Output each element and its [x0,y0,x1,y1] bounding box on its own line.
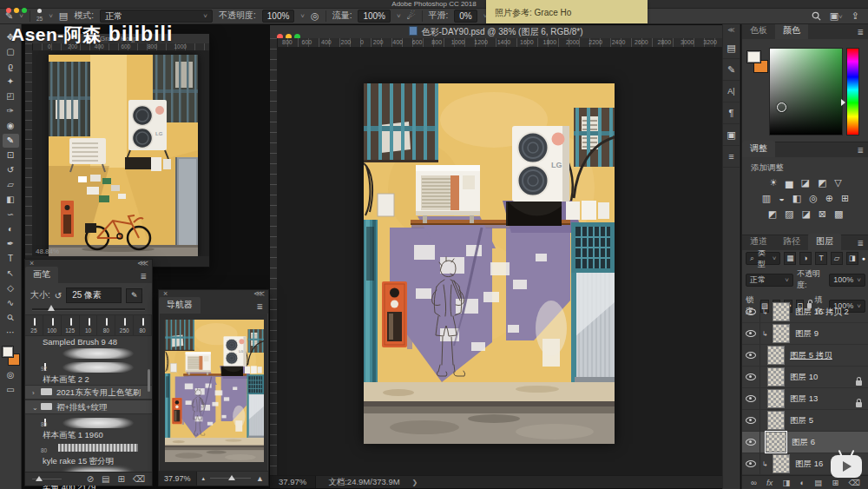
tab-navigator[interactable]: 导航器 [159,297,201,314]
marquee-tool-icon[interactable]: ▢ [3,45,19,59]
adjustment-icon[interactable]: ▥ [762,193,771,204]
link-layers-icon[interactable]: ∞ [751,478,757,487]
panel-menu-icon[interactable]: ≣ [140,272,147,281]
panel-menu-icon[interactable]: ≣ [857,146,864,155]
visibility-toggle[interactable] [742,323,760,344]
layer-thumbnail[interactable] [767,411,785,430]
3d-panel-icon[interactable]: ▣ [723,124,740,146]
layer-opacity-input[interactable]: 100%˅ [829,274,865,287]
layer-thumbnail[interactable] [767,367,785,387]
expand-panels-icon[interactable]: ≪ [727,26,734,34]
filter-type-layers-icon[interactable]: T [815,252,827,265]
visibility-toggle[interactable] [742,432,760,453]
brush-settings-panel-icon[interactable]: ✎ [723,59,740,81]
lasso-tool-icon[interactable]: ϱ [3,60,19,74]
adjustment-icon[interactable]: ◪ [801,208,810,220]
layer-row[interactable]: ↳ 图层 16 拷贝 2 [742,301,868,323]
visibility-toggle[interactable] [742,388,760,409]
collapse-icon[interactable]: ⋘ [253,289,264,298]
healing-brush-tool-icon[interactable]: ◉ [3,119,19,133]
new-group-icon[interactable]: ▤ [814,478,822,487]
smudge-tool-icon[interactable]: ∽ [3,208,19,221]
brush-item-label[interactable]: Sampled Brush 9 48 [25,336,152,347]
tab-paths[interactable]: 路径 [775,234,808,250]
zoom-in-icon[interactable]: ▲ [256,474,264,483]
preview-size-slider[interactable] [32,477,62,482]
brush-size-slider[interactable] [32,306,145,313]
paragraph-panel-icon[interactable]: ¶ [723,102,740,124]
layer-row-selected[interactable]: 图层 6 [742,432,868,453]
airbrush-icon[interactable]: ☄ [407,11,416,21]
layer-thumbnail[interactable] [766,432,786,453]
brush-preset[interactable]: 250 [115,315,134,335]
chevron-down-icon[interactable]: ˅ [397,12,401,20]
navigator-zoom-slider[interactable] [210,476,251,481]
crop-tool-icon[interactable]: ◰ [3,89,19,103]
delete-brush-icon[interactable]: ⌫ [133,474,145,484]
panel-menu-icon[interactable]: ≣ [256,302,263,311]
adjustment-icon[interactable]: ⊠ [819,208,826,220]
collapse-icon[interactable]: ⋘ [137,259,148,268]
layer-name[interactable]: 图层 6 [792,437,815,448]
brush-preset[interactable]: 125 [62,315,80,335]
hue-slider[interactable] [846,48,859,135]
share-icon[interactable]: ⇪ [852,11,859,21]
scrollbar[interactable] [148,369,150,392]
layer-thumbnail[interactable] [773,302,790,321]
tab-color[interactable]: 颜色 [775,23,808,39]
adjustment-icon[interactable]: ▽ [834,177,841,188]
screen-mode-icon[interactable]: ▭ [3,383,19,397]
blend-mode-select[interactable]: 正常˅ [746,274,793,287]
brush-size-input[interactable]: 25 像素 [66,287,122,303]
layer-row[interactable]: ↳ 图层 9 [742,323,868,345]
dodge-tool-icon[interactable]: ◐ [3,222,19,236]
pen-tool-icon[interactable]: ✒ [3,237,19,251]
layer-row[interactable]: 图层 5 拷贝 [742,345,868,367]
layer-name[interactable]: 图层 13 [790,393,818,405]
flow-input[interactable]: 100% [358,10,391,23]
adjustment-icon[interactable]: ▩ [834,208,843,220]
tab-brush[interactable]: 画笔 [25,267,58,283]
layer-thumbnail[interactable] [767,389,785,408]
path-select-tool-icon[interactable]: ↖ [3,267,19,281]
workspace-switcher-icon[interactable]: ▣˅ [830,11,843,22]
layer-thumbnail[interactable] [773,324,790,343]
color-swatches[interactable] [746,50,769,76]
filter-smart-objects-icon[interactable]: ◨ [846,252,858,265]
reference-canvas-area[interactable]: 48.84% [32,50,209,256]
adjustment-icon[interactable]: ◩ [768,208,777,220]
layer-row[interactable]: 图层 5 [742,410,868,432]
properties-panel-icon[interactable]: ≡ [723,146,740,168]
magic-wand-tool-icon[interactable]: ✦ [3,75,19,89]
layer-thumbnail[interactable] [773,454,790,473]
adjustment-icon[interactable]: ◪ [801,177,810,188]
document-title-bar[interactable]: 色彩-DAY90.psd @ 38% (图层 6, RGB/8*) [270,25,722,39]
delete-layer-icon[interactable]: ⌫ [849,478,860,487]
brush-folder[interactable]: ⌄褶+排线+纹理 [25,400,152,414]
eyedropper-tool-icon[interactable]: ✑ [3,104,19,118]
brush-tool-icon[interactable]: ✎ [3,134,19,148]
zoom-out-icon[interactable]: ▴ [202,475,206,482]
visibility-toggle[interactable] [742,410,760,431]
adjustment-icon[interactable]: ⊕ [825,193,833,204]
panel-menu-icon[interactable]: ≣ [857,28,864,36]
adjustment-icon[interactable]: ◒ [779,193,785,204]
add-adjustment-icon[interactable]: ◐ [799,478,805,487]
brush-item-label[interactable]: 样本画笔 1 1960 [25,429,152,440]
layer-row[interactable]: 图层 10 [742,367,868,388]
navigator-zoom-input[interactable]: 37.97% [159,472,197,486]
adjustment-icon[interactable]: ⊞ [841,193,849,204]
new-layer-icon[interactable]: ⊞ [832,478,838,487]
chevron-down-icon[interactable]: ˅ [49,12,53,20]
filter-shape-layers-icon[interactable]: ▱ [831,252,843,265]
shape-tool-icon[interactable]: ◇ [3,281,19,295]
zoom-level-input[interactable]: 37.97% [270,476,316,488]
quick-mask-icon[interactable]: ◎ [3,368,19,382]
history-brush-tool-icon[interactable]: ↺ [3,163,19,177]
brush-preset[interactable]: 10 [80,315,98,335]
layer-name[interactable]: 图层 10 [790,372,818,383]
layer-thumbnail[interactable] [767,346,785,365]
brush-item-label[interactable]: kyle rake 15 密分明 [25,455,152,466]
panel-menu-icon[interactable]: ≣ [857,239,864,248]
tab-adjustments[interactable]: 调整 [742,141,775,157]
